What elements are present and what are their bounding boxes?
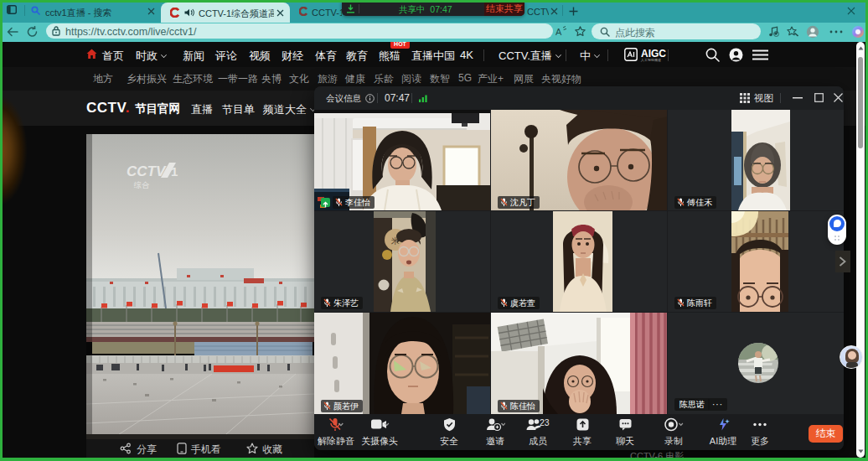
- svg-text:CCTV: CCTV: [127, 163, 167, 179]
- svg-text:1: 1: [171, 164, 178, 179]
- svg-text:综合: 综合: [133, 181, 150, 189]
- svg-text:A: A: [555, 27, 562, 37]
- svg-text:23: 23: [540, 417, 550, 427]
